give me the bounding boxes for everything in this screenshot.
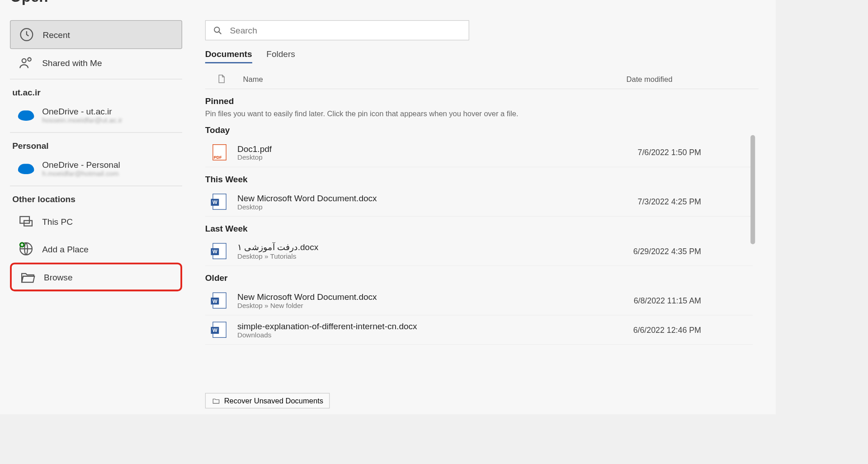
file-name: New Microsoft Word Document.docx [237, 193, 377, 203]
search-input[interactable] [230, 25, 462, 35]
page-title: Open [10, 0, 759, 6]
file-row[interactable]: Doc1.pdfDesktop7/6/2022 1:50 PM [205, 138, 753, 167]
locations-panel: Recent Shared with Me ut.ac.ir OneDrive … [10, 20, 182, 414]
file-date: 6/6/2022 12:46 PM [633, 325, 701, 334]
location-browse[interactable]: Browse [10, 263, 182, 291]
section-header: This Week [205, 174, 753, 184]
file-row[interactable]: New Microsoft Word Document.docxDesktop … [205, 286, 753, 316]
file-path: Desktop » Tutorials [237, 252, 318, 260]
word-file-icon [211, 291, 228, 310]
svg-point-8 [28, 58, 31, 61]
file-date: 7/3/2022 4:25 PM [638, 197, 701, 206]
browse-label: Browse [44, 272, 73, 282]
onedrive-icon [18, 164, 34, 174]
scrollbar[interactable] [750, 135, 755, 244]
tab-documents[interactable]: Documents [205, 49, 252, 63]
svg-rect-9 [20, 217, 29, 223]
file-path: Downloads [237, 331, 417, 339]
location-recent[interactable]: Recent [10, 20, 182, 49]
onedrive-personal-label: OneDrive - Personal [42, 160, 120, 170]
folder-icon [212, 397, 221, 405]
onedrive-org-label: OneDrive - ut.ac.ir [42, 106, 122, 116]
section-header: Today [205, 125, 753, 135]
file-row[interactable]: New Microsoft Word Document.docxDesktop7… [205, 187, 753, 217]
section-hint: Pin files you want to easily find later.… [205, 109, 753, 118]
people-icon [18, 55, 34, 71]
location-add-place[interactable]: Add a Place [10, 235, 182, 263]
tab-folders[interactable]: Folders [266, 49, 295, 63]
recover-label: Recover Unsaved Documents [224, 397, 323, 405]
file-name: simple-explanation-of-different-internet… [237, 321, 417, 331]
file-name: Doc1.pdf [237, 143, 272, 153]
add-place-label: Add a Place [42, 244, 89, 254]
file-date: 6/8/2022 11:15 AM [634, 296, 701, 305]
list-header: Name Date modified [205, 69, 759, 89]
location-shared[interactable]: Shared with Me [10, 49, 182, 76]
location-recent-label: Recent [42, 30, 70, 40]
this-pc-label: This PC [42, 216, 73, 226]
file-path: Desktop [237, 153, 272, 161]
search-box[interactable] [205, 20, 469, 40]
word-file-icon [211, 320, 228, 340]
folder-icon [20, 269, 36, 285]
section-header: Pinned [205, 96, 753, 106]
doc-icon [217, 74, 226, 84]
onedrive-personal-email: h.moeidfar@hotmail.com [42, 170, 120, 178]
svg-line-14 [219, 32, 222, 34]
col-name[interactable]: Name [243, 75, 263, 83]
location-shared-label: Shared with Me [42, 58, 102, 68]
pc-icon [18, 213, 34, 229]
pdf-file-icon [211, 142, 228, 162]
svg-point-13 [214, 27, 219, 32]
file-path: Desktop » New folder [237, 301, 377, 309]
section-header: Last Week [205, 223, 753, 233]
file-row[interactable]: درفت آموزشی ۱.docxDesktop » Tutorials6/2… [205, 237, 753, 266]
file-name: New Microsoft Word Document.docx [237, 292, 377, 302]
word-file-icon [211, 241, 228, 261]
location-onedrive-org[interactable]: OneDrive - ut.ac.ir hossein.moeidfar@ut.… [10, 101, 182, 130]
file-path: Desktop [237, 203, 377, 211]
personal-header: Personal [10, 135, 182, 154]
onedrive-icon [18, 110, 34, 121]
recover-unsaved-button[interactable]: Recover Unsaved Documents [205, 393, 330, 408]
location-onedrive-personal[interactable]: OneDrive - Personal h.moeidfar@hotmail.c… [10, 154, 182, 184]
col-date[interactable]: Date modified [627, 75, 673, 83]
word-file-icon [211, 192, 228, 211]
onedrive-org-email: hossein.moeidfar@ut.ac.ir [42, 116, 122, 124]
svg-point-7 [22, 59, 26, 63]
clock-icon [19, 27, 35, 43]
section-header: Older [205, 273, 753, 283]
file-name: درفت آموزشی ۱.docx [237, 242, 318, 252]
search-icon [212, 25, 223, 36]
org-header: ut.ac.ir [10, 82, 182, 101]
location-this-pc[interactable]: This PC [10, 208, 182, 235]
file-date: 6/29/2022 4:35 PM [633, 246, 701, 256]
file-list-panel: Documents Folders Name Date modified Pin… [205, 20, 759, 414]
globe-plus-icon [18, 241, 34, 257]
file-row[interactable]: simple-explanation-of-different-internet… [205, 315, 753, 345]
file-date: 7/6/2022 1:50 PM [638, 148, 701, 157]
other-locations-header: Other locations [10, 189, 182, 208]
